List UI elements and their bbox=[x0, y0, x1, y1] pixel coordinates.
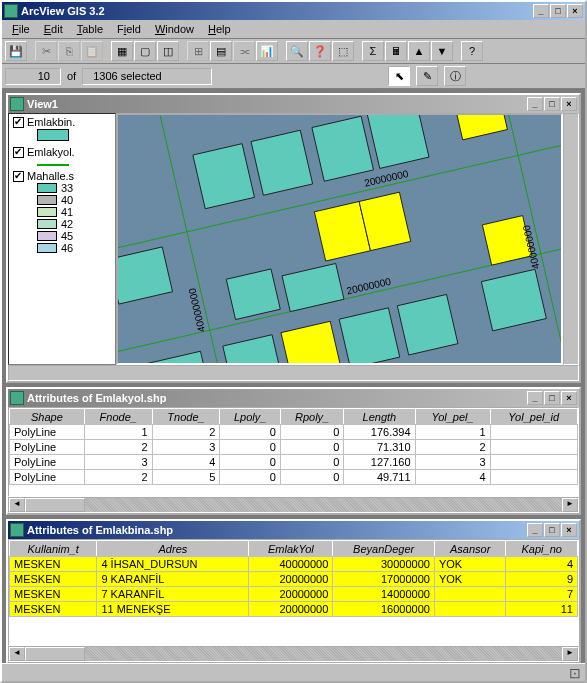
table-row[interactable]: MESKEN11 MENEKŞE200000001600000011 bbox=[10, 602, 578, 617]
cell: 0 bbox=[220, 470, 281, 485]
svg-rect-8 bbox=[451, 115, 507, 140]
map-canvas[interactable]: 20000000 20000000 40000000 40000000 bbox=[116, 113, 563, 365]
column-header[interactable]: Lpoly_ bbox=[220, 409, 281, 425]
map-hscroll[interactable] bbox=[8, 365, 579, 381]
column-header[interactable]: Tnode_ bbox=[152, 409, 220, 425]
cell: 20000000 bbox=[249, 602, 333, 617]
column-header[interactable]: Adres bbox=[97, 541, 249, 557]
svg-rect-10 bbox=[226, 269, 280, 320]
query-button[interactable]: ❓ bbox=[309, 41, 331, 61]
cell: 0 bbox=[220, 455, 281, 470]
toc-layer[interactable]: Emlakyol. bbox=[9, 144, 115, 168]
column-header[interactable]: Yol_pel_ bbox=[415, 409, 490, 425]
cell bbox=[434, 587, 505, 602]
calc-button[interactable]: 🖩 bbox=[385, 41, 407, 61]
view-window: View1 _ □ × Emlakbin.Emlakyol.Mahalle.s3… bbox=[6, 93, 581, 383]
identify-tool[interactable]: ⓘ bbox=[444, 66, 466, 86]
table-row[interactable]: PolyLine230071.3102 bbox=[10, 440, 578, 455]
toc-layer[interactable]: Emlakbin. bbox=[9, 114, 115, 144]
promote-button[interactable]: ▤ bbox=[210, 41, 232, 61]
selection-statusbar: 10 of 1306 selected ⬉ ✎ ⓘ bbox=[2, 64, 585, 89]
table1-max[interactable]: □ bbox=[544, 391, 560, 405]
svg-rect-16 bbox=[223, 335, 284, 363]
table1-hscroll[interactable]: ◄► bbox=[8, 497, 579, 513]
switch-sel-button[interactable]: ◫ bbox=[157, 41, 179, 61]
menu-window[interactable]: Window bbox=[149, 22, 200, 36]
table-icon bbox=[10, 391, 24, 405]
minimize-button[interactable]: _ bbox=[533, 4, 549, 18]
sum-button[interactable]: Σ bbox=[362, 41, 384, 61]
cell: 71.310 bbox=[344, 440, 415, 455]
view-close-button[interactable]: × bbox=[561, 97, 577, 111]
menu-file[interactable]: File bbox=[6, 22, 36, 36]
table2-titlebar[interactable]: Attributes of Emlakbina.shp _ □ × bbox=[8, 521, 579, 539]
column-header[interactable]: Yol_pel_id bbox=[490, 409, 578, 425]
chart-button[interactable]: 📊 bbox=[256, 41, 278, 61]
cell bbox=[490, 470, 578, 485]
cell: PolyLine bbox=[10, 425, 85, 440]
table-row[interactable]: PolyLine3400127.1603 bbox=[10, 455, 578, 470]
table2-min[interactable]: _ bbox=[527, 523, 543, 537]
column-header[interactable]: Rpoly_ bbox=[280, 409, 343, 425]
layer-name: Emlakbin. bbox=[27, 116, 75, 128]
table-row[interactable]: PolyLine1200176.3941 bbox=[10, 425, 578, 440]
table2-max[interactable]: □ bbox=[544, 523, 560, 537]
table-row[interactable]: MESKEN4 İHSAN_DURSUN4000000030000000YOK4 bbox=[10, 557, 578, 572]
table1-titlebar[interactable]: Attributes of Emlakyol.shp _ □ × bbox=[8, 389, 579, 407]
view-min-button[interactable]: _ bbox=[527, 97, 543, 111]
table2-window: Attributes of Emlakbina.shp _ □ × Kullan… bbox=[6, 519, 581, 663]
table2-grid[interactable]: Kullanim_tAdresEmlakYolBeyanDegerAsansor… bbox=[8, 539, 579, 646]
table2-close[interactable]: × bbox=[561, 523, 577, 537]
cell: 3 bbox=[152, 440, 220, 455]
table1-grid[interactable]: ShapeFnode_Tnode_Lpoly_Rpoly_LengthYol_p… bbox=[8, 407, 579, 497]
menu-table[interactable]: Table bbox=[71, 22, 109, 36]
table-row[interactable]: MESKEN7 KARANFİL20000000140000007 bbox=[10, 587, 578, 602]
svg-rect-18 bbox=[339, 308, 400, 363]
column-header[interactable]: Asansor bbox=[434, 541, 505, 557]
table1-min[interactable]: _ bbox=[527, 391, 543, 405]
legend-row: 46 bbox=[37, 242, 111, 254]
cell: 0 bbox=[280, 440, 343, 455]
column-header[interactable]: Shape bbox=[10, 409, 85, 425]
sort-asc-button[interactable]: ▲ bbox=[408, 41, 430, 61]
save-button[interactable]: 💾 bbox=[5, 41, 27, 61]
toc-layer[interactable]: Mahalle.s334041424546 bbox=[9, 168, 115, 256]
maximize-button[interactable]: □ bbox=[550, 4, 566, 18]
table-row[interactable]: MESKEN9 KARANFİL2000000017000000YOK9 bbox=[10, 572, 578, 587]
select-none-button[interactable]: ▢ bbox=[134, 41, 156, 61]
select-all-button[interactable]: ▦ bbox=[111, 41, 133, 61]
layer-checkbox[interactable] bbox=[13, 147, 24, 158]
cell: 4 bbox=[415, 470, 490, 485]
cell: 4 bbox=[152, 455, 220, 470]
cell: 49.711 bbox=[344, 470, 415, 485]
find-button[interactable]: 🔍 bbox=[286, 41, 308, 61]
help-button[interactable]: ? bbox=[461, 41, 483, 61]
layer-checkbox[interactable] bbox=[13, 171, 24, 182]
column-header[interactable]: Length bbox=[344, 409, 415, 425]
cell: 3 bbox=[415, 455, 490, 470]
table-of-contents[interactable]: Emlakbin.Emlakyol.Mahalle.s334041424546 bbox=[8, 113, 116, 365]
layer-checkbox[interactable] bbox=[13, 117, 24, 128]
column-header[interactable]: Fnode_ bbox=[84, 409, 152, 425]
table1-close[interactable]: × bbox=[561, 391, 577, 405]
view-max-button[interactable]: □ bbox=[544, 97, 560, 111]
mdi-client: View1 _ □ × Emlakbin.Emlakyol.Mahalle.s3… bbox=[2, 89, 585, 663]
column-header[interactable]: Kapi_no bbox=[506, 541, 578, 557]
menu-field[interactable]: Field bbox=[111, 22, 147, 36]
column-header[interactable]: Kullanim_t bbox=[10, 541, 97, 557]
close-button[interactable]: × bbox=[567, 4, 583, 18]
menu-edit[interactable]: Edit bbox=[38, 22, 69, 36]
edit-tool[interactable]: ✎ bbox=[416, 66, 438, 86]
column-header[interactable]: EmlakYol bbox=[249, 541, 333, 557]
pointer-tool[interactable]: ⬉ bbox=[388, 66, 410, 86]
table-row[interactable]: PolyLine250049.7114 bbox=[10, 470, 578, 485]
sort-desc-button[interactable]: ▼ bbox=[431, 41, 453, 61]
zoom-sel-button[interactable]: ⬚ bbox=[332, 41, 354, 61]
map-vscroll[interactable] bbox=[563, 113, 579, 365]
table2-hscroll[interactable]: ◄► bbox=[8, 646, 579, 662]
legend-row: 45 bbox=[37, 230, 111, 242]
menu-help[interactable]: Help bbox=[202, 22, 237, 36]
view-titlebar[interactable]: View1 _ □ × bbox=[8, 95, 579, 113]
column-header[interactable]: BeyanDeger bbox=[333, 541, 435, 557]
cell: 4 İHSAN_DURSUN bbox=[97, 557, 249, 572]
